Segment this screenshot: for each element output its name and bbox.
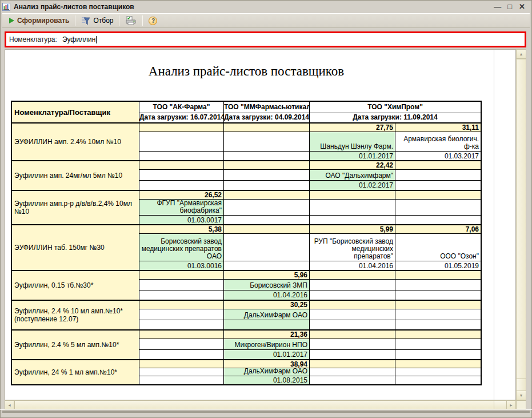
scroll-up-icon[interactable]: ▲ — [516, 49, 526, 59]
supplier-cell — [309, 339, 395, 350]
date-cell — [395, 376, 481, 384]
close-icon[interactable]: ✕ — [519, 2, 525, 12]
date-cell: 01.01.2017 — [223, 350, 309, 359]
date-cell — [223, 152, 309, 160]
horizontal-scrollbar[interactable]: ◄ ► — [5, 400, 516, 409]
date-cell — [309, 320, 395, 329]
window-bottom-edge — [2, 411, 530, 413]
supplier-cell: Армавирская биологич. ф-ка — [395, 132, 481, 152]
generate-button[interactable]: Сформировать — [6, 15, 73, 26]
supplier-cell: ДальХимФарм ОАО — [223, 368, 309, 376]
product-name: ЭУФИЛЛИН амп. 2.4% 10мл №10 — [12, 124, 139, 160]
table-row: Эуфиллин амп. 24мг/мл 5мл №10 22,42 ОАО … — [12, 160, 481, 190]
scroll-right-icon[interactable]: ► — [506, 400, 516, 409]
supplier-cell: ФГУП "Армавирская биофабрика" — [139, 200, 223, 216]
scroll-down-icon[interactable]: ▼ — [516, 391, 526, 400]
supplier-cell — [223, 170, 309, 181]
supplier-cell: Шаньдун Шэнлу Фарм. — [309, 132, 395, 152]
product-name: Эуфиллин амп.р-р д/в/в/в.2,4% 10мл №10 — [12, 191, 139, 224]
supplier-cell: ОАО "Дальхимфарм" — [309, 170, 395, 181]
table-row: ЭУФИЛЛИН таб. 150мг №30 5,38 5,99 7,06 Б… — [12, 224, 481, 270]
date-cell — [309, 376, 395, 384]
date-cell: 01.03.0017 — [139, 216, 223, 224]
price-cell — [139, 331, 223, 339]
date-cell — [223, 320, 309, 329]
date-cell — [139, 181, 223, 190]
supplier-cell — [309, 280, 395, 290]
supplier-cell — [395, 368, 481, 376]
title-bar: Анализ прайс-листов поставщиков — □ ✕ — [2, 1, 530, 13]
page-break-line — [494, 50, 494, 400]
nomenclature-value: Эуфиллин — [62, 35, 95, 43]
date-cell — [309, 216, 395, 224]
help-button[interactable]: ? — [145, 15, 161, 26]
supplier-cell — [223, 132, 309, 152]
price-cell: 31,11 — [395, 124, 481, 132]
corner-header: Номенклатура/Поставщик — [12, 102, 139, 122]
product-name: Эуфиллин, 0.15 тб.№30* — [12, 271, 139, 300]
product-name: Эуфиллин, 2.4 % 10 мл амп.№10* (поступле… — [12, 301, 139, 329]
supplier-cell — [395, 309, 481, 320]
minimize-icon[interactable]: — — [494, 2, 501, 12]
date-cell — [395, 290, 481, 300]
date-cell — [139, 350, 223, 359]
table-header: Номенклатура/Поставщик ТОО "АК-Фарма" ТО… — [12, 102, 481, 124]
filter-label: Отбор — [93, 17, 113, 25]
date-cell — [139, 290, 223, 300]
window-controls: — □ ✕ — [494, 2, 530, 12]
supplier-cell — [223, 234, 309, 261]
supplier-cell: РУП "Борисовский завод медицинских препа… — [309, 234, 395, 261]
filter-button[interactable]: Отбор — [78, 15, 117, 26]
price-cell: 5,38 — [139, 225, 223, 234]
price-cell — [395, 161, 481, 170]
supplier-cell — [139, 339, 223, 350]
table-row: Эуфиллин, 24 % 1 мл амп.№10* 38,94 ДальХ… — [12, 359, 481, 384]
nomenclature-input[interactable]: Эуфиллин — [62, 33, 525, 46]
price-cell — [139, 360, 223, 368]
price-cell — [395, 271, 481, 280]
scrollbar-corner — [516, 400, 526, 409]
price-cell: 30,25 — [223, 301, 309, 309]
supplier-cell — [309, 368, 395, 376]
price-cell — [309, 360, 395, 368]
printer-icon — [125, 16, 137, 25]
horizontal-scrollbar-thumb[interactable] — [14, 400, 494, 409]
price-cell: 26,52 — [139, 191, 223, 200]
price-cell — [223, 124, 309, 132]
vertical-scrollbar[interactable]: ▲ ▼ — [516, 49, 526, 400]
supplier-cell — [139, 132, 223, 152]
run-icon — [9, 18, 14, 23]
maximize-icon[interactable]: □ — [507, 2, 512, 12]
date-cell: 01.05.2019 — [395, 261, 481, 270]
price-cell — [223, 225, 309, 234]
product-name: Эуфиллин, 2.4 % 5 мл амп.№10* — [12, 331, 139, 359]
help-icon: ? — [149, 17, 157, 25]
toolbar-separator — [75, 15, 75, 26]
date-cell: 01.01.2017 — [309, 152, 395, 160]
vertical-scrollbar-thumb[interactable] — [516, 59, 526, 379]
price-cell — [139, 161, 223, 170]
price-table: Номенклатура/Поставщик ТОО "АК-Фарма" ТО… — [11, 101, 482, 385]
table-row: Эуфиллин, 0.15 тб.№30* 5,96 Борисовский … — [12, 270, 481, 300]
nomenclature-label: Номенклатура: — [6, 35, 57, 43]
scroll-left-icon[interactable]: ◄ — [5, 400, 14, 409]
print-button[interactable] — [122, 15, 140, 26]
date-cell — [395, 216, 481, 224]
price-cell: 22,42 — [309, 161, 395, 170]
supplier-cell: Борисовский ЗМП — [223, 280, 309, 290]
supplier-header: ТОО "ММФармасьютикалс" — [223, 102, 309, 113]
load-date-header: Дата загрузки: 16.07.2014 — [139, 113, 223, 122]
supplier-cell — [395, 339, 481, 350]
date-cell — [395, 350, 481, 359]
date-cell: 01.02.2017 — [309, 181, 395, 190]
table-row: Эуфиллин, 2.4 % 10 мл амп.№10* (поступле… — [12, 300, 481, 329]
supplier-cell — [395, 170, 481, 181]
report-title: Анализ прайс-листов поставщиков — [11, 64, 482, 79]
supplier-header: ТОО "ХимПром" — [309, 102, 481, 113]
supplier-cell — [395, 200, 481, 216]
date-cell — [223, 261, 309, 270]
product-name: Эуфиллин амп. 24мг/мл 5мл №10 — [12, 161, 139, 190]
supplier-cell — [139, 170, 223, 181]
price-cell — [309, 271, 395, 280]
supplier-cell — [139, 309, 223, 320]
